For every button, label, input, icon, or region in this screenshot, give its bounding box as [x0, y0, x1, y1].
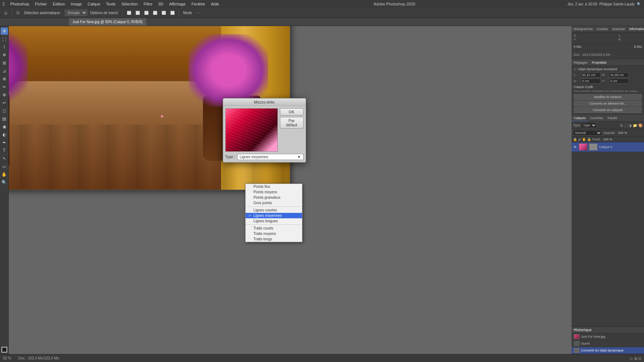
- mezzo-dialog: Mezzo-tinto OK Par défaut: [223, 98, 306, 163]
- tab-reglages[interactable]: Réglages: [572, 60, 590, 66]
- foreground-color[interactable]: [1, 347, 7, 353]
- layer-info-area: Calque 0.pdb Vous pouvez renseigner la c…: [574, 85, 642, 93]
- layer-color-icon[interactable]: 🎨: [638, 123, 643, 127]
- text-tool[interactable]: T: [1, 147, 8, 154]
- menu-selection[interactable]: Sélection: [119, 1, 140, 7]
- apple-menu[interactable]: : [3, 1, 5, 7]
- menu-3d[interactable]: 3D: [156, 1, 166, 7]
- layer-mask-icon[interactable]: ⬚: [624, 123, 627, 127]
- dropdown-item-traits-longs[interactable]: Traits longs: [246, 236, 302, 242]
- zoom-tool[interactable]: 🔍: [1, 179, 8, 186]
- layers-icons: fx ⬚ ◑ 📁 🎨: [620, 123, 643, 127]
- menu-photoshop[interactable]: Photoshop: [8, 1, 32, 7]
- dropdown-item-lignes-courtes[interactable]: Lignes courtes: [246, 207, 302, 213]
- auto-select-dropdown[interactable]: Groupe: [65, 10, 87, 16]
- pen-tool[interactable]: ✒: [1, 139, 8, 146]
- align-bottom-icon[interactable]: ⬜: [169, 10, 176, 16]
- tab-traces[interactable]: Tracés: [605, 115, 619, 121]
- menu-texte[interactable]: Texte: [104, 1, 118, 7]
- tab-histogramme[interactable]: Histogramme: [572, 26, 595, 32]
- gradient-tool[interactable]: ▤: [1, 115, 8, 122]
- type-dropdown[interactable]: Lignes moyennes ▼: [237, 154, 304, 160]
- menu-image[interactable]: Image: [68, 1, 84, 7]
- menu-affichage[interactable]: Affichage: [167, 1, 188, 7]
- menu-calque[interactable]: Calque: [85, 1, 103, 7]
- dropdown-item-gros-points[interactable]: Gros points: [246, 200, 302, 206]
- mode-label: Mode: [181, 10, 193, 16]
- history-item-0[interactable]: Just For Now.jpg: [572, 333, 644, 340]
- menu-filtre[interactable]: Filtre: [141, 1, 155, 7]
- history-brush-tool[interactable]: ↩: [1, 99, 8, 106]
- layer-group-icon[interactable]: 📁: [633, 123, 637, 127]
- shape-tool[interactable]: ▭: [1, 163, 8, 170]
- menu-fenetre[interactable]: Fenêtre: [189, 1, 208, 7]
- menu-search-icon[interactable]: 🔍: [637, 2, 641, 6]
- history-thumb-2: [574, 348, 580, 353]
- info-panel-tabs: Histogramme Couleur Nuancier Information…: [572, 26, 644, 32]
- item-label-lignes-moyennes: Lignes moyennes: [254, 214, 282, 218]
- tab-couches[interactable]: Couches: [588, 115, 605, 121]
- align-center-icon[interactable]: ⬜: [134, 10, 141, 16]
- align-top-icon[interactable]: ⬜: [151, 10, 159, 16]
- move-tool[interactable]: ✥: [1, 28, 8, 35]
- dropdown-item-lignes-moyennes[interactable]: ✓ Lignes moyennes: [246, 213, 302, 218]
- tab-proprietes[interactable]: Propriétés: [590, 60, 609, 66]
- ok-button[interactable]: OK: [280, 108, 304, 115]
- object-type-icon: ⬡: [574, 67, 577, 71]
- eraser-tool[interactable]: ◻: [1, 107, 8, 114]
- tab-calques[interactable]: Calques: [572, 115, 588, 121]
- dropdown-item-traits-moyens[interactable]: Traits moyens: [246, 231, 302, 236]
- dropdown-item-points-granuleux[interactable]: Points granuleux: [246, 195, 302, 200]
- menu-fichier[interactable]: Fichier: [33, 1, 50, 7]
- layer-adj-icon[interactable]: ◑: [628, 123, 632, 127]
- history-item-2[interactable]: Convertir en objet dynamique: [572, 347, 644, 354]
- blend-mode-select[interactable]: Normal: [573, 130, 602, 136]
- info-bits-label2: 8 bits: [634, 45, 642, 49]
- menu-aide[interactable]: Aide: [209, 1, 222, 7]
- layer-eye-icon[interactable]: 👁: [573, 145, 577, 149]
- hand-tool[interactable]: ✋: [1, 171, 8, 178]
- tab-nuancier[interactable]: Nuancier: [610, 26, 627, 32]
- spot-heal-tool[interactable]: ⊗: [1, 75, 8, 83]
- stamp-tool[interactable]: ⊕: [1, 91, 8, 98]
- history-panel: Historique Just For Now.jpg Ouvrir Conve…: [572, 327, 644, 354]
- blur-tool[interactable]: ◉: [1, 123, 8, 130]
- tab-couleur[interactable]: Couleur: [595, 26, 611, 32]
- lasso-tool[interactable]: ⌇: [1, 43, 8, 51]
- select-rect-tool[interactable]: ⬚: [1, 35, 8, 43]
- check-traits-courts: [248, 226, 252, 230]
- status-zoom[interactable]: 50 %: [3, 356, 11, 360]
- dropdown-item-lignes-longues[interactable]: Lignes longues: [246, 218, 302, 224]
- crop-tool[interactable]: ⊞: [1, 59, 8, 67]
- layer-item-0[interactable]: 👁 Calque 0: [572, 142, 644, 152]
- convert-elem-button[interactable]: Convertir en élément lié...: [574, 101, 642, 106]
- active-tab[interactable]: Just For Now.jpg @ 50% (Calque 0, RVB/8): [69, 18, 147, 26]
- align-left-icon[interactable]: ⬜: [125, 10, 133, 16]
- props-h-val: 41,59 cm: [609, 72, 629, 77]
- dropdown-item-traits-courts[interactable]: Traits courts: [246, 226, 302, 231]
- align-middle-icon[interactable]: ⬜: [160, 10, 167, 16]
- info-x-row: X L: [574, 34, 642, 37]
- move-tool-icon[interactable]: ⊹: [2, 9, 9, 17]
- convert-layers-button[interactable]: Convertir en calques: [574, 107, 642, 113]
- extra-icons[interactable]: ⋯: [195, 10, 201, 16]
- check-points-fins: [248, 185, 252, 189]
- layers-filter-dropdown[interactable]: Type: [581, 122, 597, 128]
- path-select-tool[interactable]: ↖: [1, 155, 8, 162]
- tab-informations[interactable]: Informations: [627, 26, 644, 32]
- layers-blend-row: Normal Opacité : 100 %: [572, 129, 644, 137]
- magic-wand-tool[interactable]: ✲: [1, 51, 8, 59]
- eyedropper-tool[interactable]: ⊿: [1, 67, 8, 75]
- dodge-tool[interactable]: ◐: [1, 131, 8, 138]
- align-right-icon[interactable]: ⬜: [143, 10, 150, 16]
- brush-tool[interactable]: ✏: [1, 83, 8, 90]
- dropdown-item-points-fins[interactable]: Points fins: [246, 184, 302, 189]
- history-item-1[interactable]: Ouvrir: [572, 340, 644, 347]
- auto-select-checkbox[interactable]: ☑: [15, 10, 21, 16]
- menu-edition[interactable]: Edition: [50, 1, 68, 7]
- history-title: Historique: [572, 327, 644, 333]
- modify-content-button[interactable]: Modifier le contenu: [574, 94, 642, 100]
- default-button[interactable]: Par défaut: [280, 117, 304, 129]
- layer-fx-icon[interactable]: fx: [620, 123, 623, 127]
- dropdown-item-points-moyens[interactable]: Points moyens: [246, 189, 302, 195]
